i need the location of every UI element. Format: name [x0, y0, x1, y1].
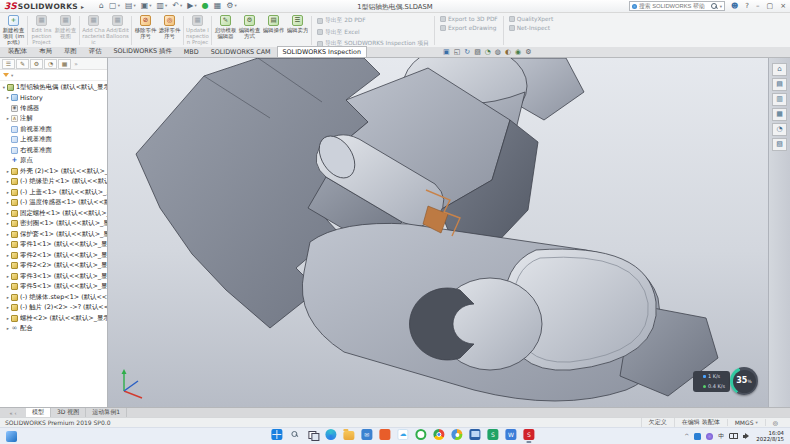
export-2d-pdf-button[interactable]: 导出至 2D PDF	[317, 16, 429, 25]
model-geometry[interactable]	[136, 58, 718, 401]
save-icon[interactable]: ▣▾	[141, 2, 152, 10]
tree-item-history[interactable]: ▸History	[0, 93, 107, 104]
onedrive-icon[interactable]	[694, 433, 701, 440]
file-explorer-icon[interactable]	[343, 429, 354, 443]
filter-caret-icon[interactable]: ▾	[11, 73, 13, 78]
ime-indicator[interactable]: 中	[718, 433, 724, 439]
tab-solidworks-inspection[interactable]: SOLIDWORKS Inspection	[277, 46, 368, 57]
restore-button[interactable]: ▢	[767, 3, 774, 10]
edit-vendors-button[interactable]: ☰ 编辑卖方	[286, 14, 309, 47]
zoom-fit-icon[interactable]: ▣	[443, 49, 450, 56]
select-cursor-icon[interactable]: ▶▾	[187, 2, 196, 10]
propertymanager-tab[interactable]: ✎	[16, 59, 29, 69]
launch-template-editor-button[interactable]: ✎ 启动模板编辑器	[214, 14, 237, 47]
close-button[interactable]: ×	[780, 3, 786, 10]
graphics-viewport[interactable]: ⌂ ▤ ▥ ▦ ◔ ▧ 1 K/s 0.4 K/s 35%	[108, 58, 790, 407]
panel-tabs-overflow-icon[interactable]: »	[72, 59, 80, 69]
custom-properties-icon[interactable]: ▧	[772, 138, 787, 151]
tree-item-sensors[interactable]: ◉传感器	[0, 103, 107, 114]
search-icon[interactable]	[711, 3, 718, 10]
print-icon[interactable]: ▥▾	[157, 2, 168, 10]
export-edrawing-button[interactable]: Export eDrawing	[440, 25, 498, 31]
net-inspect-button[interactable]: Net-Inspect	[509, 25, 554, 31]
tab-model[interactable]: 模型	[26, 408, 51, 417]
mail-app-icon[interactable]: ✉	[361, 429, 372, 443]
tree-item-component[interactable]: ▸零件2<2> (默认<<默认>_显示状态	[0, 261, 107, 272]
remote-app-icon[interactable]	[469, 429, 480, 443]
select-balloon-button[interactable]: ◎ 选择零件序号	[158, 14, 181, 47]
tree-root-assembly[interactable]: ▾1型铝轴热电偶 (默认<默认_显示状态-1>	[0, 82, 107, 93]
edge-browser-icon[interactable]	[325, 429, 336, 443]
help-search-box[interactable]: ▾	[629, 1, 725, 11]
displaymanager-tab[interactable]: ▦	[58, 59, 71, 69]
tree-item-component[interactable]: ▸外壳 (2)<1> (默认<<默认>_显示状	[0, 166, 107, 177]
tree-item-origin[interactable]: +原点	[0, 156, 107, 167]
tab-solidworks-cam[interactable]: SOLIDWORKS CAM	[205, 46, 277, 57]
tree-item-right-plane[interactable]: 右视基准面	[0, 145, 107, 156]
tree-item-top-plane[interactable]: 上视基准面	[0, 135, 107, 146]
open-file-icon[interactable]: ▤▾	[125, 2, 136, 10]
new-inspection-project-button[interactable]: + 新建检查项目 (imp:纸)	[2, 14, 25, 47]
edit-operations-button[interactable]: ▤ 编辑操作	[262, 14, 285, 47]
update-inspection-project-button[interactable]: ▦ Update Inspection Project	[186, 14, 209, 47]
tree-item-component[interactable]: ▸保护套<1> (默认<<默认>_显示状	[0, 229, 107, 240]
help-icon[interactable]: ?	[745, 3, 749, 10]
undo-icon[interactable]: ↶▾	[172, 2, 182, 10]
tree-item-component[interactable]: ▸(-) 绝缘垫片<1> (默认<<默认>_显	[0, 177, 107, 188]
new-inspection-view-button[interactable]: ▦ 新建检查视图	[54, 14, 77, 47]
configurationmanager-tab[interactable]: ⚙	[30, 59, 43, 69]
tree-item-component[interactable]: ▸零件5<1> (默认<<默认>_显示状态	[0, 282, 107, 293]
tab-motion-study[interactable]: 运动算例1	[86, 408, 127, 417]
file-explorer-icon[interactable]: ▥	[772, 93, 787, 106]
tree-item-component[interactable]: ▸固定螺栓<1> (默认<<默认>_显示	[0, 208, 107, 219]
cloud-app-icon[interactable]: ☁	[397, 429, 408, 443]
cast-icon[interactable]	[729, 433, 738, 439]
widgets-icon[interactable]	[6, 431, 17, 442]
tab-scroll-controls[interactable]: « ‹	[0, 408, 26, 417]
task-view-button[interactable]	[307, 429, 318, 443]
network-speed-widget[interactable]: 1 K/s 0.4 K/s 35%	[699, 367, 758, 395]
add-edit-balloons-button[interactable]: ▦ Add/Edit Balloons	[106, 14, 129, 47]
appearances-icon[interactable]: ◔	[772, 123, 787, 136]
view-settings-icon[interactable]: ⚙	[525, 49, 531, 56]
featuremanager-tab[interactable]: ☰	[2, 59, 15, 69]
qualityxpert-button[interactable]: QualityXpert	[509, 16, 554, 22]
hide-show-items-icon[interactable]: ◐	[505, 49, 511, 56]
dimxpertmanager-tab[interactable]: ◔	[44, 59, 57, 69]
tab-3d-views[interactable]: 3D 视图	[51, 408, 86, 417]
start-button[interactable]	[271, 429, 282, 443]
3d-model[interactable]	[108, 58, 790, 407]
security-tray-icon[interactable]	[706, 433, 713, 440]
units-selector[interactable]: MMGS▾	[727, 419, 765, 426]
home-icon[interactable]: ⌂	[99, 2, 104, 10]
tree-item-component[interactable]: ▸零件3<1> (默认<<默认>_显示状态	[0, 271, 107, 282]
tab-nav-prev-icon[interactable]: ‹	[15, 410, 17, 416]
tab-assembly[interactable]: 装配体	[2, 45, 33, 57]
view-palette-icon[interactable]: ▦	[772, 108, 787, 121]
add-characteristic-button[interactable]: ▦ Add Characteristic	[82, 14, 105, 47]
store-app-icon[interactable]	[379, 429, 390, 443]
resources-home-icon[interactable]: ⌂	[772, 63, 787, 76]
tree-item-component[interactable]: ▸零件2<1> (默认<<默认>_显示状态	[0, 250, 107, 261]
notes-app-icon[interactable]: S	[487, 429, 498, 443]
tab-addins[interactable]: SOLIDWORKS 插件	[108, 45, 178, 57]
tree-item-front-plane[interactable]: 前视基准面	[0, 124, 107, 135]
edit-appearance-icon[interactable]: ◉	[515, 49, 521, 56]
tree-item-annotations[interactable]: ▸A注解	[0, 114, 107, 125]
tray-overflow-icon[interactable]: ^	[684, 433, 689, 439]
volume-icon[interactable]	[743, 432, 751, 440]
tab-evaluate[interactable]: 评估	[83, 45, 108, 57]
zoom-area-icon[interactable]: ◱	[454, 49, 461, 56]
taskbar-clock[interactable]: 16:04 2022/8/15	[756, 430, 784, 443]
menu-flyout-icon[interactable]: ▸	[81, 3, 84, 10]
solidworks-app-icon[interactable]: S	[523, 429, 534, 443]
taskbar-search-button[interactable]	[289, 429, 300, 443]
tree-item-component[interactable]: ▸(-) 温度传感器<1> (默认<<默认>_	[0, 198, 107, 209]
tree-item-component[interactable]: ▸(-) 绝缘体.step<1> (默认<<默认	[0, 292, 107, 303]
new-file-icon[interactable]: ▢▾	[109, 2, 120, 10]
tab-nav-first-icon[interactable]: «	[9, 410, 12, 416]
tab-sketch[interactable]: 草图	[58, 45, 83, 57]
usage-ring[interactable]: 35%	[730, 367, 758, 395]
tree-filter-row[interactable]: ▾	[0, 70, 107, 81]
browser2-icon[interactable]	[451, 429, 462, 443]
